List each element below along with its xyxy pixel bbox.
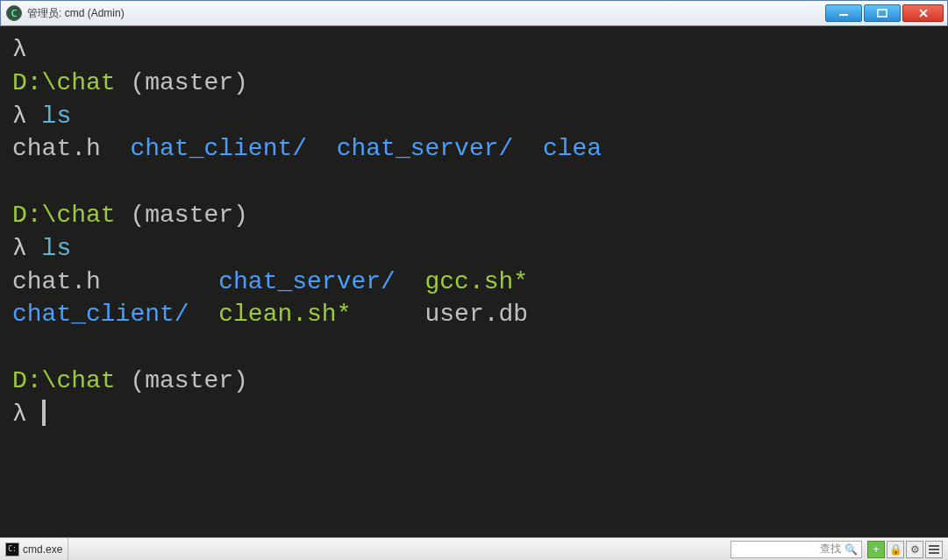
maximize-icon [877, 9, 887, 18]
terminal-line: chat_client/ clean.sh* user.db [12, 298, 936, 331]
app-icon: C [6, 5, 22, 21]
prompt-lambda: λ [12, 235, 42, 262]
ls-entry [351, 301, 424, 328]
cursor [42, 400, 46, 426]
ls-entry: chat.h [12, 135, 101, 162]
terminal-area[interactable]: λD:\chat (master)λ lschat.h chat_client/… [0, 26, 948, 537]
terminal-line: chat.h chat_client/ chat_server/ clea [12, 132, 936, 166]
tab-label: cmd.exe [23, 543, 62, 556]
tab-cmd[interactable]: C: cmd.exe [0, 538, 68, 560]
prompt-path: D:\chat [12, 202, 130, 229]
terminal-line: D:\chat (master) [12, 67, 936, 100]
ls-entry: gcc.sh* [425, 268, 529, 295]
ls-entry [101, 135, 131, 162]
ls-entry: user.db [425, 301, 529, 328]
prompt-branch: (master) [130, 69, 247, 96]
lock-button[interactable]: 🔒 [887, 541, 904, 558]
search-input[interactable]: 查找 🔍 [731, 541, 862, 558]
terminal-line [12, 331, 936, 365]
close-button[interactable] [902, 4, 944, 22]
ls-entry [513, 135, 543, 162]
prompt-lambda: λ [12, 401, 42, 428]
status-bar: C: cmd.exe 查找 🔍 + 🔒 [0, 537, 948, 560]
command-text: ls [42, 103, 72, 130]
prompt-path: D:\chat [12, 367, 130, 394]
prompt-lambda: λ [12, 103, 42, 130]
command-text: ls [42, 235, 72, 262]
terminal-line: λ ls [12, 100, 936, 133]
ls-entry [307, 135, 337, 162]
close-icon [918, 9, 929, 18]
terminal-line: λ [12, 33, 936, 67]
menu-icon-line [929, 552, 939, 554]
ls-entry: chat_server/ [337, 135, 514, 162]
maximize-button[interactable] [864, 4, 901, 22]
prompt-lambda: λ [12, 36, 27, 63]
plus-icon: + [873, 543, 879, 556]
minimize-icon [838, 9, 849, 18]
terminal-line [12, 166, 936, 199]
status-icons: + 🔒 [867, 541, 948, 558]
menu-icon-line [929, 549, 939, 550]
svg-rect-1 [878, 10, 887, 17]
blank-line [12, 334, 27, 361]
prompt-branch: (master) [130, 367, 247, 394]
svg-rect-0 [839, 14, 848, 16]
ls-entry [189, 301, 219, 328]
ls-entry: chat_client/ [12, 301, 189, 328]
terminal-line: D:\chat (master) [12, 199, 936, 232]
ls-entry: chat_server/ [218, 268, 396, 295]
cmd-icon: C: [5, 542, 19, 556]
terminal-line: λ ls [12, 232, 936, 266]
window-controls [825, 4, 944, 22]
ls-entry: chat_client/ [130, 135, 307, 162]
prompt-path: D:\chat [12, 69, 130, 96]
ls-entry: clean.sh* [218, 301, 351, 328]
terminal-line: λ [12, 398, 936, 431]
lock-icon: 🔒 [889, 543, 902, 556]
ls-entry: clea [543, 135, 602, 162]
terminal-line: chat.h chat_server/ gcc.sh* [12, 266, 936, 299]
terminal-line: D:\chat (master) [12, 365, 936, 398]
window-title: 管理员: cmd (Admin) [25, 6, 825, 21]
ls-entry [396, 268, 425, 295]
search-icon: 🔍 [845, 543, 858, 556]
blank-line [12, 168, 27, 195]
new-tab-button[interactable]: + [867, 541, 885, 558]
ls-entry: chat.h [12, 268, 101, 295]
search-placeholder: 查找 [820, 542, 841, 556]
menu-button[interactable] [925, 541, 943, 558]
ls-entry [101, 268, 218, 295]
settings-button[interactable] [906, 541, 923, 558]
minimize-button[interactable] [825, 4, 862, 22]
window-titlebar: C 管理员: cmd (Admin) [0, 0, 948, 26]
prompt-branch: (master) [130, 202, 247, 229]
menu-icon-line [929, 545, 939, 547]
